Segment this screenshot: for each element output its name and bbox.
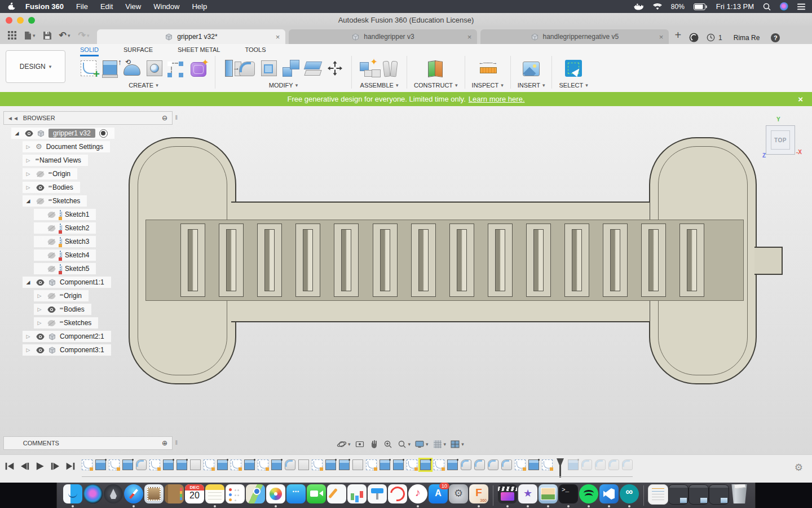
- launchpad-app-icon[interactable]: [104, 484, 123, 503]
- model-slot-frame[interactable]: [641, 224, 666, 297]
- model-slot-frame[interactable]: [219, 224, 244, 297]
- chevron-down-icon[interactable]: ▾: [348, 441, 351, 447]
- hidden-eye-icon[interactable]: [47, 293, 56, 299]
- tree-item-label[interactable]: Sketch3: [65, 238, 89, 246]
- terminal-app-icon[interactable]: [559, 484, 578, 503]
- tree-item-label[interactable]: Component1:1: [60, 278, 104, 286]
- dock-app-safari[interactable]: [123, 483, 144, 508]
- banner-close-icon[interactable]: ×: [798, 94, 803, 104]
- view-cube[interactable]: TOP: [766, 125, 795, 155]
- dock-app-siri[interactable]: [83, 483, 103, 508]
- dock-app-reminders[interactable]: [225, 483, 245, 508]
- fusion360-app-icon[interactable]: F360: [469, 484, 488, 503]
- dock-app-trash[interactable]: [729, 483, 749, 508]
- panel-options-icon[interactable]: ⊖: [162, 114, 167, 122]
- ribbon-tab-surface[interactable]: SURFACE: [123, 46, 153, 56]
- messages-app-icon[interactable]: [286, 484, 306, 503]
- timeline-feature-extrude[interactable]: [325, 459, 336, 470]
- model-slot-frame[interactable]: [411, 224, 436, 297]
- timeline-feature-fillet[interactable]: [136, 459, 147, 470]
- menu-app-name[interactable]: Fusion 360: [25, 2, 64, 11]
- timeline-feature-sketch[interactable]: [366, 459, 377, 470]
- browser-row-sketch1[interactable]: Sketch1: [34, 209, 96, 220]
- docstack-app-icon[interactable]: [648, 484, 668, 505]
- visibility-eye-icon[interactable]: [24, 130, 33, 137]
- banner-link[interactable]: Learn more here.: [469, 95, 525, 103]
- timeline-feature-sketch[interactable]: [258, 459, 268, 470]
- menu-item-edit[interactable]: Edit: [100, 2, 113, 11]
- ribbon-group-label-create[interactable]: CREATE▾: [129, 82, 158, 89]
- timeline-feature-extrude[interactable]: [244, 459, 255, 470]
- tab-close-icon[interactable]: ×: [276, 33, 280, 41]
- menu-clock[interactable]: Fri 1:13 PM: [716, 2, 754, 11]
- news-app-icon[interactable]: [388, 484, 407, 503]
- hidden-eye-icon[interactable]: [36, 171, 45, 177]
- dock-app-arduino[interactable]: [619, 483, 639, 508]
- dock-app-photos[interactable]: [266, 483, 286, 508]
- display-settings-icon[interactable]: ▾: [414, 439, 429, 449]
- contacts-app-icon[interactable]: [165, 484, 184, 503]
- document-tab-2[interactable]: handlegripper v3×: [289, 29, 477, 44]
- arduino-app-icon[interactable]: [620, 484, 639, 503]
- tree-item-label[interactable]: Sketches: [64, 319, 91, 327]
- trash-app-icon[interactable]: [730, 484, 749, 503]
- keynote-app-icon[interactable]: [368, 484, 387, 503]
- safari-app-icon[interactable]: [124, 484, 143, 503]
- calendar-app-icon[interactable]: DEC20: [185, 484, 204, 503]
- timeline-feature-fillet[interactable]: [461, 459, 471, 470]
- timeline-feature-sketch[interactable]: [515, 459, 526, 470]
- model-slot-frame[interactable]: [334, 224, 359, 297]
- ribbon-tab-sheet-metal[interactable]: SHEET METAL: [178, 46, 220, 56]
- menu-item-file[interactable]: File: [76, 2, 88, 11]
- timeline-feature-sketch[interactable]: [407, 459, 417, 470]
- dock-app-mail[interactable]: [144, 483, 164, 508]
- timeline-feature-extrude[interactable]: [271, 459, 282, 470]
- tree-item-label[interactable]: Sketches: [52, 197, 80, 205]
- timeline-feature-fillet[interactable]: [488, 459, 498, 470]
- model-slot-frame[interactable]: [679, 224, 704, 297]
- step-forward-button[interactable]: [50, 462, 60, 471]
- ribbon-group-label-inspect[interactable]: INSPECT▾: [472, 82, 504, 89]
- browser-row-component3-1[interactable]: ▷Component3:1: [23, 344, 111, 356]
- siri-icon[interactable]: [780, 2, 788, 11]
- dock-app-appstore[interactable]: 10: [428, 483, 448, 508]
- model-slot-frame[interactable]: [373, 224, 398, 297]
- timeline-feature-extrude[interactable]: [339, 459, 350, 470]
- browser-row-named-views[interactable]: ▷Named Views: [23, 155, 88, 166]
- timeline-feature-sketch[interactable]: [149, 459, 160, 470]
- panel-grip[interactable]: ‖: [175, 114, 178, 121]
- model-slot-frame[interactable]: [488, 224, 513, 297]
- timeline-feature-sketch[interactable]: [542, 459, 553, 470]
- timeline-feature-fillet[interactable]: [285, 459, 295, 470]
- zoom-icon[interactable]: [383, 439, 393, 449]
- dock-app-syspref[interactable]: [448, 483, 469, 508]
- disclosure-triangle-icon[interactable]: ▷: [25, 334, 32, 339]
- tab-close-icon[interactable]: ×: [467, 33, 472, 41]
- disclosure-triangle-icon[interactable]: ▷: [25, 171, 32, 177]
- browser-row-component2-1[interactable]: ▷Component2:1: [23, 331, 111, 342]
- pages-app-icon[interactable]: [327, 484, 346, 503]
- finder-app-icon[interactable]: [63, 484, 82, 503]
- dock-app-numbers[interactable]: [347, 483, 367, 508]
- ribbon-group-label-insert[interactable]: INSERT▾: [518, 82, 545, 89]
- hidden-eye-icon[interactable]: [47, 266, 56, 272]
- timeline-feature-sketch[interactable]: [312, 459, 323, 470]
- hidden-eye-icon[interactable]: [47, 252, 56, 259]
- document-tab-3[interactable]: handlegrippernegative v5×: [480, 29, 669, 44]
- maps-app-icon[interactable]: [246, 484, 265, 503]
- hidden-eye-icon[interactable]: [47, 239, 56, 245]
- hidden-eye-icon[interactable]: [47, 212, 56, 218]
- dock-app-minwin[interactable]: [668, 483, 689, 508]
- music-app-icon[interactable]: [408, 484, 427, 503]
- syspref-app-icon[interactable]: [449, 484, 468, 503]
- timeline-feature-extrude[interactable]: [122, 459, 133, 470]
- help-icon[interactable]: ?: [771, 33, 780, 42]
- go-to-end-button[interactable]: [65, 462, 76, 471]
- browser-row-origin[interactable]: ▷Origin: [23, 168, 77, 179]
- pattern-icon[interactable]: [169, 60, 184, 76]
- browser-panel-header[interactable]: ◄◄ BROWSER ⊖ ‖: [3, 111, 173, 125]
- ribbon-group-label-assemble[interactable]: ASSEMBLE▾: [360, 82, 399, 89]
- dock-app-maps[interactable]: [245, 483, 266, 508]
- siri-app-icon[interactable]: [83, 484, 103, 503]
- model-slot-frame[interactable]: [295, 224, 320, 297]
